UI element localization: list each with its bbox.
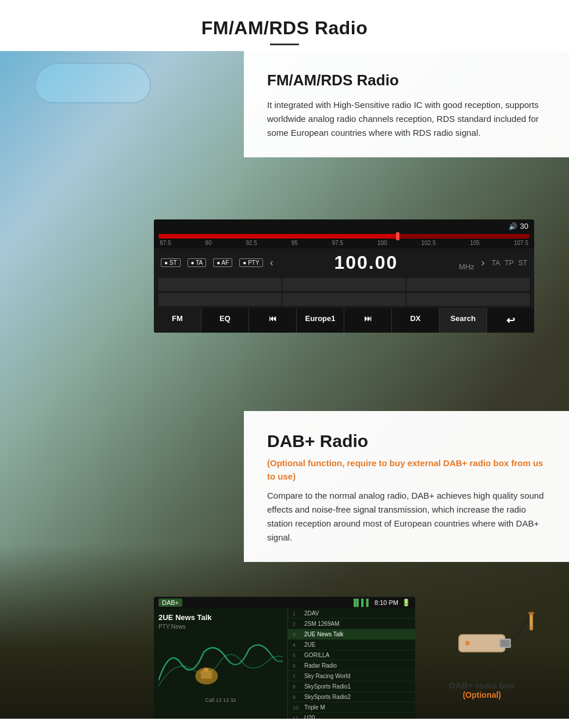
page-title: FM/AM/RDS Radio (12, 17, 557, 39)
dab-content-panel: DAB+ Radio (Optional function, require t… (244, 411, 569, 562)
battery-icon: 🔋 (402, 599, 410, 607)
list-item-active[interactable]: 3 2UE News Talk (288, 629, 415, 640)
freq-label-2: 90 (205, 240, 211, 246)
list-item[interactable]: 7 Sky Racing World (288, 671, 415, 682)
list-item[interactable]: 5 GORILLA (288, 650, 415, 661)
fm-preset-2[interactable] (283, 278, 406, 291)
dab-left-panel: 2UE News Talk PTY:News (154, 608, 287, 719)
fm-volume-bar: 🔊 30 (154, 219, 534, 233)
freq-label-6: 100 (377, 240, 387, 246)
dab-section-title: DAB+ Radio (267, 431, 546, 451)
fm-preset-3[interactable] (406, 278, 530, 291)
dab-signal-icon: ▐▌▌▌ (351, 599, 371, 607)
title-underline (270, 44, 299, 45)
freq-label-3: 92.5 (246, 240, 257, 246)
rearview-mirror (35, 63, 151, 103)
main-section: FM/AM/RDS Radio It integrated with High-… (0, 51, 569, 719)
fm-frequency-display: 100.00 (280, 252, 452, 273)
freq-label-8: 105 (470, 240, 480, 246)
fm-controls-row: ● ST ● TA ● AF ● PTY ‹ 100.00 MHz › TA T… (154, 248, 534, 277)
fm-badge-pty[interactable]: ● PTY (239, 258, 262, 267)
fm-bottom-bar: FM EQ ⏮ Europe1 ⏭ DX Search ↩ (154, 308, 534, 333)
fm-frequency-bar: 87.5 90 92.5 95 97.5 100 102.5 105 107.5 (154, 233, 534, 248)
fm-preset-5[interactable] (283, 293, 406, 306)
fm-prev-button[interactable]: ‹ (270, 257, 273, 269)
fm-ta-tp-st: TA TP ST (492, 259, 527, 267)
dab-status-bar: ▐▌▌▌ 8:10 PM 🔋 (351, 599, 410, 607)
dab-label: DAB+ (159, 599, 182, 607)
svg-rect-8 (528, 612, 534, 614)
dab-call-text: Call 13 13 32 (159, 697, 283, 703)
fm-preset-6[interactable] (406, 293, 530, 306)
dab-station-name: 2UE News Talk (159, 613, 283, 622)
fm-button-eq[interactable]: EQ (201, 308, 249, 333)
freq-label-7: 102.5 (422, 240, 436, 246)
fm-radio-screenshot: 🔊 30 87.5 90 92.5 95 97.5 100 102.5 105 … (154, 219, 534, 333)
fm-button-search[interactable]: Search (440, 308, 487, 333)
dab-main-area: 2UE News Talk PTY:News (154, 608, 415, 719)
fm-button-prev[interactable]: ⏮ (249, 308, 297, 333)
dab-station-list: 1 2DAV 2 2SM 1269AM 3 2UE News Talk 4 2U… (287, 608, 415, 719)
dab-waveform (159, 635, 283, 693)
freq-label-5: 97.5 (332, 240, 343, 246)
fm-preset-grid-2 (154, 293, 534, 308)
fm-button-dx[interactable]: DX (392, 308, 440, 333)
dab-optional-note: (Optional function, require to buy exter… (267, 457, 546, 483)
dab-box-optional: (Optional) (418, 690, 546, 700)
dab-box-section: DAB+ radio box (Optional) (418, 608, 546, 700)
dab-top-bar: DAB+ ▐▌▌▌ 8:10 PM 🔋 (154, 597, 415, 608)
svg-rect-1 (201, 671, 212, 679)
volume-icon: 🔊 (509, 222, 517, 230)
page-header: FM/AM/RDS Radio (0, 0, 569, 51)
list-item[interactable]: 4 2UE (288, 640, 415, 650)
fm-badge-ta[interactable]: ● TA (188, 258, 207, 267)
volume-number: 30 (520, 222, 528, 230)
svg-rect-5 (500, 640, 510, 647)
fm-badge-af[interactable]: ● AF (213, 258, 232, 267)
fm-button-next[interactable]: ⏭ (344, 308, 392, 333)
fm-ta-label: TA (492, 259, 500, 267)
fm-frequency-labels: 87.5 90 92.5 95 97.5 100 102.5 105 107.5 (159, 240, 530, 246)
fm-badge-st[interactable]: ● ST (161, 258, 181, 267)
dab-pty: PTY:News (159, 624, 283, 630)
fm-content-panel: FM/AM/RDS Radio It integrated with High-… (244, 51, 569, 157)
fm-unit: MHz (459, 262, 474, 271)
fm-st-label: ST (518, 259, 527, 267)
list-item[interactable]: 6 Radar Radio (288, 661, 415, 671)
list-item[interactable]: 1 2DAV (288, 608, 415, 619)
fm-button-back[interactable]: ↩ (487, 308, 534, 333)
dab-time: 8:10 PM (374, 599, 398, 606)
freq-label-9: 107.5 (514, 240, 528, 246)
fm-slider-track[interactable] (159, 234, 530, 239)
freq-label-4: 95 (291, 240, 298, 246)
svg-rect-9 (530, 615, 532, 627)
list-item[interactable]: 9 SkySports Radio2 (288, 692, 415, 702)
fm-preset-grid-1 (154, 277, 534, 293)
list-item[interactable]: 11 U20 (288, 713, 415, 719)
fm-preset-1[interactable] (159, 278, 282, 291)
fm-section-desc: It integrated with High-Sensitive radio … (267, 98, 546, 140)
fm-button-fm[interactable]: FM (154, 308, 201, 333)
fm-preset-4[interactable] (159, 293, 282, 306)
dab-box-illustration (424, 608, 540, 678)
svg-rect-2 (204, 668, 208, 672)
fm-slider-thumb[interactable] (396, 232, 399, 240)
dab-section-desc: Compare to the normal analog radio, DAB+… (267, 489, 546, 545)
dab-screenshot: DAB+ ▐▌▌▌ 8:10 PM 🔋 2UE News Talk PTY:Ne… (154, 597, 415, 719)
list-item[interactable]: 10 Triple M (288, 702, 415, 713)
dab-box-label: DAB+ radio box (418, 680, 546, 690)
list-item[interactable]: 2 2SM 1269AM (288, 619, 415, 629)
fm-button-europe1[interactable]: Europe1 (297, 308, 344, 333)
fm-next-button[interactable]: › (481, 257, 485, 269)
fm-tp-label: TP (505, 259, 513, 267)
list-item[interactable]: 8 SkySports Radio1 (288, 682, 415, 692)
svg-point-6 (465, 641, 470, 646)
freq-label-1: 87.5 (160, 240, 171, 246)
fm-section-title: FM/AM/RDS Radio (267, 71, 546, 89)
